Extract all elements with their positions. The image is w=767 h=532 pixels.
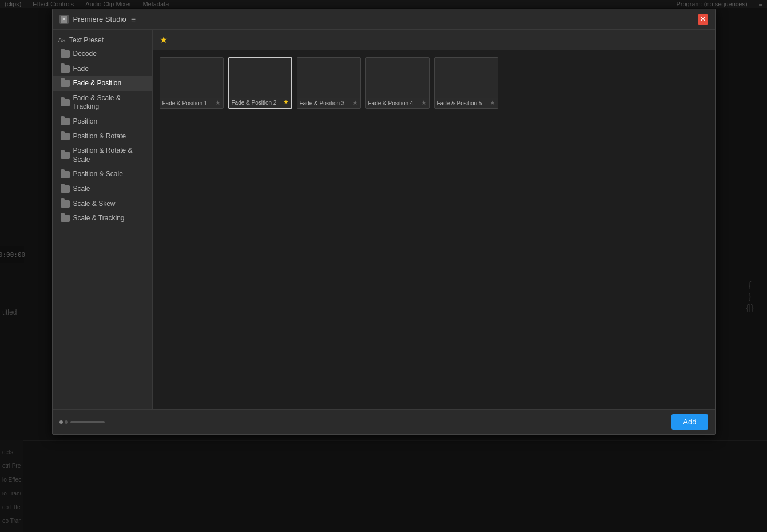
sidebar-item-scale---tracking[interactable]: Scale & Tracking — [53, 211, 152, 226]
add-button[interactable]: Add — [671, 414, 708, 430]
sidebar-section-header[interactable]: Aa Text Preset — [53, 33, 152, 47]
preset-card-preview — [366, 58, 429, 98]
preset-card-label: Fade & Position 3★ — [297, 98, 360, 108]
modal-title-text: Premiere Studio — [73, 15, 126, 23]
content-toolbar: ★ — [153, 30, 715, 50]
folder-icon — [61, 185, 70, 193]
preset-star-icon[interactable]: ★ — [490, 99, 495, 106]
preset-card-label: Fade & Position 1★ — [160, 98, 223, 108]
folder-icon — [61, 80, 70, 87]
folder-icon — [61, 50, 70, 58]
sidebar-item-label: Position & Rotate — [73, 132, 126, 141]
footer-scroll-bar[interactable] — [70, 421, 105, 423]
folder-icon — [61, 152, 70, 159]
folder-icon — [61, 171, 70, 178]
sidebar-item-label: Decode — [73, 50, 97, 59]
footer-dot-2 — [65, 420, 68, 424]
sidebar-item-position---rotate[interactable]: Position & Rotate — [53, 129, 152, 144]
sidebar-item-fade[interactable]: Fade — [53, 62, 152, 77]
preset-card-5[interactable]: Fade & Position 5★ — [434, 57, 498, 109]
sidebar-item-fade---scale---tracking[interactable]: Fade & Scale & Tracking — [53, 91, 152, 114]
sidebar-item-fade---position[interactable]: Fade & Position — [53, 76, 152, 91]
folder-icon — [61, 200, 70, 208]
sidebar-item-label: Scale & Skew — [73, 200, 116, 209]
sidebar-item-decode[interactable]: Decode — [53, 47, 152, 62]
sidebar: Aa Text Preset DecodeFadeFade & Position… — [53, 30, 153, 409]
sidebar-item-scale---skew[interactable]: Scale & Skew — [53, 197, 152, 212]
sidebar-item-label: Position & Rotate & Scale — [73, 146, 146, 164]
sidebar-section-label: Text Preset — [69, 36, 104, 44]
folder-icon — [61, 65, 70, 73]
folder-icon — [61, 215, 70, 222]
preset-card-4[interactable]: Fade & Position 4★ — [365, 57, 430, 109]
sidebar-item-label: Fade & Scale & Tracking — [73, 94, 146, 112]
preset-card-preview — [160, 58, 223, 98]
svg-text:P: P — [62, 17, 65, 22]
folder-icon — [61, 133, 70, 140]
preset-card-label: Fade & Position 4★ — [366, 98, 429, 108]
text-preset-icon: Aa — [58, 37, 66, 43]
preset-star-icon[interactable]: ★ — [421, 99, 427, 106]
preset-card-label: Fade & Position 5★ — [435, 98, 498, 108]
modal-dialog: P Premiere Studio ≡ ✕ Aa Text Preset Dec… — [52, 9, 716, 435]
preset-card-2[interactable]: Fade & Position 2★ — [228, 57, 292, 109]
footer-dot-1 — [59, 420, 63, 424]
sidebar-item-position[interactable]: Position — [53, 114, 152, 129]
folder-icon — [61, 118, 70, 125]
preset-card-preview — [297, 58, 360, 98]
content-grid: Fade & Position 1★Fade & Position 2★Fade… — [153, 50, 715, 409]
sidebar-items-container: DecodeFadeFade & PositionFade & Scale & … — [53, 47, 152, 226]
preset-star-icon[interactable]: ★ — [215, 99, 221, 106]
sidebar-item-position---rotate---scale[interactable]: Position & Rotate & Scale — [53, 144, 152, 167]
sidebar-item-label: Position & Scale — [73, 170, 123, 179]
modal-menu-icon[interactable]: ≡ — [131, 15, 136, 24]
modal-footer: Add — [53, 409, 715, 434]
preset-card-preview — [229, 58, 291, 98]
sidebar-item-label: Fade — [73, 65, 89, 74]
modal-titlebar: P Premiere Studio ≡ ✕ — [53, 9, 715, 30]
favorites-star-icon[interactable]: ★ — [160, 34, 168, 45]
sidebar-item-position---scale[interactable]: Position & Scale — [53, 167, 152, 182]
modal-title-group: P Premiere Studio ≡ — [59, 15, 136, 24]
content-area: ★ Fade & Position 1★Fade & Position 2★Fa… — [153, 30, 715, 409]
sidebar-item-label: Fade & Position — [73, 79, 122, 88]
sidebar-item-label: Position — [73, 117, 98, 126]
premiere-studio-icon: P — [59, 15, 69, 24]
preset-card-1[interactable]: Fade & Position 1★ — [160, 57, 224, 109]
sidebar-item-label: Scale — [73, 185, 90, 194]
folder-icon — [61, 99, 70, 106]
modal-body: Aa Text Preset DecodeFadeFade & Position… — [53, 30, 715, 409]
modal-overlay: P Premiere Studio ≡ ✕ Aa Text Preset Dec… — [0, 0, 767, 532]
sidebar-item-scale[interactable]: Scale — [53, 182, 152, 197]
footer-dots — [59, 420, 68, 424]
footer-left — [59, 420, 105, 424]
sidebar-item-label: Scale & Tracking — [73, 214, 125, 223]
preset-star-icon[interactable]: ★ — [352, 99, 358, 106]
close-button[interactable]: ✕ — [698, 14, 708, 25]
preset-card-preview — [435, 58, 498, 98]
preset-card-3[interactable]: Fade & Position 3★ — [297, 57, 361, 109]
preset-card-label: Fade & Position 2★ — [229, 98, 291, 108]
preset-star-icon[interactable]: ★ — [283, 98, 289, 106]
